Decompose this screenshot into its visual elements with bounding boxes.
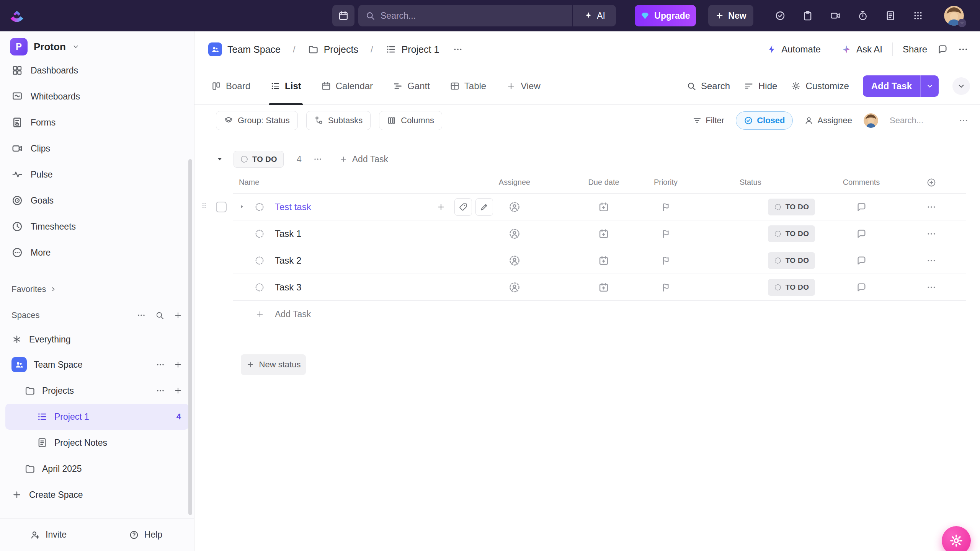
breadcrumb-team-space[interactable]: Team Space	[227, 44, 281, 55]
spaces-search-button[interactable]	[155, 311, 164, 320]
task-status-circle[interactable]	[255, 256, 265, 266]
add-task-dropdown[interactable]	[920, 75, 939, 97]
spaces-header[interactable]: Spaces	[0, 307, 194, 324]
task-name[interactable]: Task 3	[275, 274, 301, 300]
tab-table[interactable]: Table	[448, 67, 488, 104]
plus-icon[interactable]	[173, 360, 183, 369]
sidebar-item-timesheets[interactable]: Timesheets	[0, 214, 194, 240]
team-space-avatar[interactable]	[208, 42, 222, 56]
breadcrumb-more-button[interactable]	[453, 44, 463, 54]
sidebar-item-goals[interactable]: Goals	[0, 187, 194, 214]
help-button[interactable]: Help	[97, 530, 194, 540]
assignee-filter-button[interactable]: Assignee	[804, 116, 852, 126]
customize-button[interactable]: Customize	[791, 81, 849, 91]
status-group-badge[interactable]: TO DO	[234, 151, 284, 168]
global-search[interactable]	[358, 5, 572, 26]
columns-chip[interactable]: Columns	[379, 111, 442, 130]
filter-button[interactable]: Filter	[693, 116, 724, 126]
priority-cell[interactable]	[627, 247, 704, 274]
assignee-cell[interactable]	[476, 194, 553, 220]
global-search-input[interactable]	[381, 11, 565, 21]
task-name[interactable]: Task 1	[275, 220, 301, 247]
task-row[interactable]: Test task TO DO	[233, 194, 966, 220]
assignee-cell[interactable]	[476, 220, 553, 247]
tab-board[interactable]: Board	[210, 67, 252, 104]
closed-filter-toggle[interactable]: Closed	[736, 111, 793, 130]
filter-more-button[interactable]	[959, 116, 969, 126]
task-status-circle[interactable]	[255, 229, 265, 239]
column-priority[interactable]: Priority	[627, 171, 704, 193]
row-more-button[interactable]	[916, 274, 947, 300]
task-status-circle[interactable]	[255, 282, 265, 292]
group-collapse-caret[interactable]	[216, 155, 224, 163]
group-add-task-button[interactable]: Add Task	[339, 154, 388, 165]
favorites-header[interactable]: Favorites	[0, 282, 194, 297]
priority-cell[interactable]	[627, 220, 704, 247]
task-check-button[interactable]	[772, 7, 789, 24]
sidebar-item-clips[interactable]: Clips	[0, 135, 194, 161]
task-row[interactable]: Task 3 TO DO	[233, 274, 966, 301]
task-name[interactable]: Test task	[275, 194, 311, 220]
timer-button[interactable]	[854, 7, 871, 24]
row-more-button[interactable]	[916, 247, 947, 274]
add-task-row[interactable]: Add Task	[233, 301, 966, 328]
new-button[interactable]: New	[708, 5, 753, 26]
sidebar-item-projects[interactable]: Projects	[0, 378, 194, 404]
assignee-cell[interactable]	[476, 274, 553, 300]
breadcrumb-project-1[interactable]: Project 1	[402, 44, 439, 55]
header-more-button[interactable]	[958, 44, 969, 55]
topbar-calendar-button[interactable]	[332, 5, 354, 26]
ask-ai-button[interactable]: Ask AI	[841, 44, 882, 55]
column-comments[interactable]: Comments	[831, 171, 892, 193]
view-search-button[interactable]: Search	[686, 81, 730, 91]
add-column-button[interactable]	[916, 171, 947, 193]
tab-list[interactable]: List	[269, 67, 303, 104]
comments-cell[interactable]	[831, 247, 892, 274]
list-search-input[interactable]	[890, 116, 947, 126]
ai-button[interactable]: AI	[573, 5, 616, 26]
clickup-logo[interactable]	[8, 7, 25, 24]
expand-caret-icon[interactable]	[239, 204, 245, 210]
status-cell[interactable]: TO DO	[740, 194, 835, 220]
task-row[interactable]: Task 2 TO DO	[233, 247, 966, 274]
sidebar-item-pulse[interactable]: Pulse	[0, 161, 194, 187]
docs-button[interactable]	[882, 7, 899, 24]
column-assignee[interactable]: Assignee	[476, 171, 553, 193]
status-cell[interactable]: TO DO	[740, 274, 835, 300]
ellipsis-icon[interactable]	[156, 386, 165, 395]
assignee-cell[interactable]	[476, 247, 553, 274]
column-name[interactable]: Name	[233, 178, 259, 187]
comments-cell[interactable]	[831, 274, 892, 300]
task-row[interactable]: Task 1 TO DO	[233, 220, 966, 247]
workspace-switcher[interactable]: P Proton	[0, 31, 194, 62]
invite-button[interactable]: Invite	[0, 530, 97, 540]
tab-calendar[interactable]: Calendar	[320, 67, 374, 104]
apps-button[interactable]	[910, 7, 926, 24]
list-search[interactable]	[890, 116, 947, 126]
task-checkbox[interactable]	[216, 202, 227, 212]
spaces-more-button[interactable]	[137, 311, 146, 320]
task-name[interactable]: Task 2	[275, 247, 301, 274]
tab-gantt[interactable]: Gantt	[391, 67, 431, 104]
sidebar-item-whiteboards[interactable]: Whiteboards	[0, 83, 194, 109]
task-status-circle[interactable]	[255, 202, 265, 212]
sidebar-item-everything[interactable]: Everything	[0, 327, 194, 352]
plus-icon[interactable]	[173, 386, 183, 395]
clip-record-button[interactable]	[827, 7, 844, 24]
group-by-chip[interactable]: Group: Status	[216, 111, 298, 130]
upgrade-button[interactable]: Upgrade	[635, 5, 696, 26]
breadcrumb-projects[interactable]: Projects	[324, 44, 358, 55]
status-cell[interactable]: TO DO	[740, 220, 835, 247]
row-more-button[interactable]	[916, 220, 947, 247]
quick-add-button[interactable]	[432, 198, 450, 216]
settings-fab[interactable]	[942, 526, 971, 551]
sidebar-item-more[interactable]: More	[0, 240, 194, 266]
create-space-button[interactable]: Create Space	[0, 482, 194, 508]
automate-button[interactable]: Automate	[767, 44, 821, 55]
notepad-button[interactable]	[799, 7, 816, 24]
priority-cell[interactable]	[627, 274, 704, 300]
priority-cell[interactable]	[627, 194, 704, 220]
assignee-avatar[interactable]	[864, 113, 878, 128]
comments-cell[interactable]	[831, 194, 892, 220]
status-cell[interactable]: TO DO	[740, 247, 835, 274]
